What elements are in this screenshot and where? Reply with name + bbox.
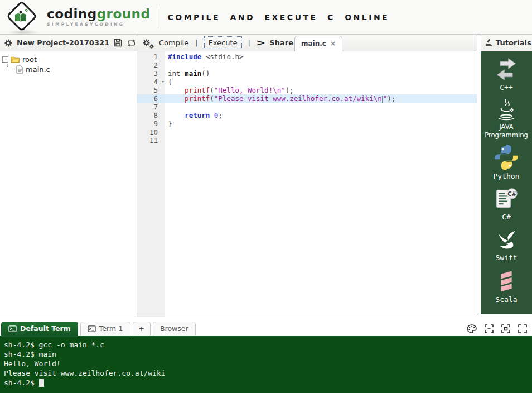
file-label[interactable]: main.c	[26, 65, 50, 74]
tutorial-label: C++	[500, 83, 512, 92]
terminal-line: Please visit www.zeilhofer.co.at/wiki	[4, 368, 528, 378]
save-project-icon[interactable]	[114, 38, 122, 47]
editor-gutter: 1 2 3 4▾ 5 6 7 8 9 10 11	[137, 51, 165, 317]
code-line[interactable]	[165, 128, 477, 136]
toolbar-separator: |	[195, 39, 197, 47]
swift-icon	[494, 227, 519, 252]
tab-term-1[interactable]: Term-1	[80, 322, 130, 336]
tree-collapse-icon[interactable]: −	[2, 56, 8, 63]
tutorial-java[interactable]: JAVA Programming	[485, 98, 528, 138]
maximize-view-icon[interactable]	[501, 324, 510, 333]
project-gear-icon[interactable]	[4, 38, 12, 47]
header-divider	[158, 7, 158, 28]
add-terminal-icon: +	[139, 324, 144, 333]
project-toolbar: New Project-20170321 + «	[0, 35, 137, 51]
cpp-icon	[494, 57, 519, 82]
line-number: 1	[137, 52, 165, 61]
compile-gears-icon	[143, 38, 154, 48]
code-token	[168, 86, 185, 94]
line-number: 4▾	[137, 78, 165, 86]
code-token: );	[387, 94, 395, 103]
terminal-cursor	[39, 379, 44, 387]
tutorials-panel: Tutorials » C++ JAVA	[481, 35, 532, 317]
logo-book-icon	[12, 8, 29, 27]
code-token	[201, 52, 206, 61]
csharp-icon: C#	[494, 186, 519, 211]
folder-icon	[11, 55, 20, 63]
file-tree: − root main.c	[0, 51, 137, 317]
tutorial-csharp[interactable]: C# C#	[494, 186, 519, 221]
code-line[interactable]	[165, 136, 477, 145]
tutorials-title: Tutorials	[496, 39, 531, 47]
toolbar-separator: |	[248, 39, 250, 47]
tab-add-terminal[interactable]: +	[133, 322, 151, 336]
code-line[interactable]: return 0;	[165, 111, 477, 119]
code-token: return	[185, 111, 210, 119]
tutorial-label: Scala	[495, 295, 517, 304]
code-line[interactable]	[165, 103, 477, 111]
terminal-output[interactable]: sh-4.2$ gcc -o main *.c sh-4.2$ main Hel…	[0, 337, 532, 393]
code-editor[interactable]: 1 2 3 4▾ 5 6 7 8 9 10 11 #include <stdio…	[137, 51, 477, 317]
theme-palette-icon[interactable]	[467, 324, 477, 333]
code-token: "Hello, World!\n"	[214, 86, 286, 94]
tree-node-file[interactable]: main.c	[2, 64, 134, 74]
tutorial-scala[interactable]: Scala	[495, 268, 518, 304]
tab-label: Default Term	[20, 324, 71, 333]
java-icon	[494, 98, 519, 122]
line-number: 3	[137, 69, 165, 78]
code-token: #include	[168, 52, 201, 61]
tutorial-label: Python	[494, 172, 520, 180]
fullscreen-icon[interactable]	[518, 324, 527, 333]
svg-text:C#: C#	[507, 191, 516, 197]
reload-project-icon[interactable]	[127, 38, 136, 47]
tutorial-cpp[interactable]: C++	[494, 57, 519, 92]
tab-main-c[interactable]: main.c ×	[294, 36, 342, 51]
restore-view-icon[interactable]	[485, 324, 494, 333]
file-icon	[16, 65, 23, 74]
code-token: main	[185, 69, 201, 78]
code-line[interactable]	[165, 61, 477, 69]
tutorial-python[interactable]: Python	[494, 145, 520, 180]
fold-toggle-icon[interactable]: ▾	[162, 78, 165, 86]
code-line[interactable]: }	[165, 119, 477, 128]
scala-icon	[495, 268, 518, 294]
code-token: (	[210, 86, 214, 94]
editor-toolbar: Compile | Execute | > Share Code main.c …	[137, 35, 477, 51]
code-token: {	[168, 78, 172, 86]
code-line-active[interactable]: printf("Please visit www.zeilhofer.co.at…	[165, 94, 477, 103]
codingground-logo[interactable]	[6, 1, 41, 34]
code-line[interactable]: #include <stdio.h>	[165, 52, 477, 61]
code-token: }	[168, 119, 172, 128]
code-token: printf	[185, 86, 210, 94]
project-panel: New Project-20170321 + «	[0, 35, 137, 317]
tab-default-term[interactable]: Default Term	[1, 322, 78, 336]
code-token: "Please visit www.zeilhofer.co.at/wiki\n	[214, 94, 382, 103]
brand-tagline: SIMPLYEASYCODING	[47, 22, 150, 27]
root-folder-label[interactable]: root	[22, 55, 37, 64]
terminal-icon	[88, 325, 96, 332]
code-content[interactable]: #include <stdio.h> int main() { printf("…	[165, 51, 477, 317]
terminal-line: sh-4.2$ gcc -o main *.c	[4, 340, 528, 349]
code-line[interactable]: {	[165, 78, 477, 86]
tab-close-icon[interactable]: ×	[330, 40, 336, 47]
code-line[interactable]: printf("Hello, World!\n");	[165, 86, 477, 94]
tutorial-label-2: Programming	[485, 132, 528, 139]
tutorial-swift[interactable]: Swift	[494, 227, 519, 262]
code-token: <stdio.h>	[206, 52, 244, 61]
line-number: 8	[137, 111, 165, 119]
tutorials-icon	[485, 38, 493, 47]
tree-node-root[interactable]: − root	[2, 54, 134, 64]
terminal-line: sh-4.2$ main	[4, 349, 528, 359]
compile-button[interactable]: Compile	[159, 39, 188, 47]
code-token: ;	[218, 111, 223, 119]
code-token: ()	[201, 69, 210, 78]
execute-button[interactable]: Execute	[205, 37, 241, 49]
share-arrow-icon: >	[256, 37, 265, 48]
logo-shadow	[8, 30, 39, 35]
tab-browser[interactable]: Browser	[153, 322, 196, 336]
code-line[interactable]: int main()	[165, 69, 477, 78]
terminal-line: Hello, World!	[4, 359, 528, 368]
line-number: 11	[137, 136, 165, 145]
terminal-prompt-line: sh-4.2$	[4, 378, 528, 387]
brand-text: codingground SIMPLYEASYCODING	[47, 8, 150, 27]
